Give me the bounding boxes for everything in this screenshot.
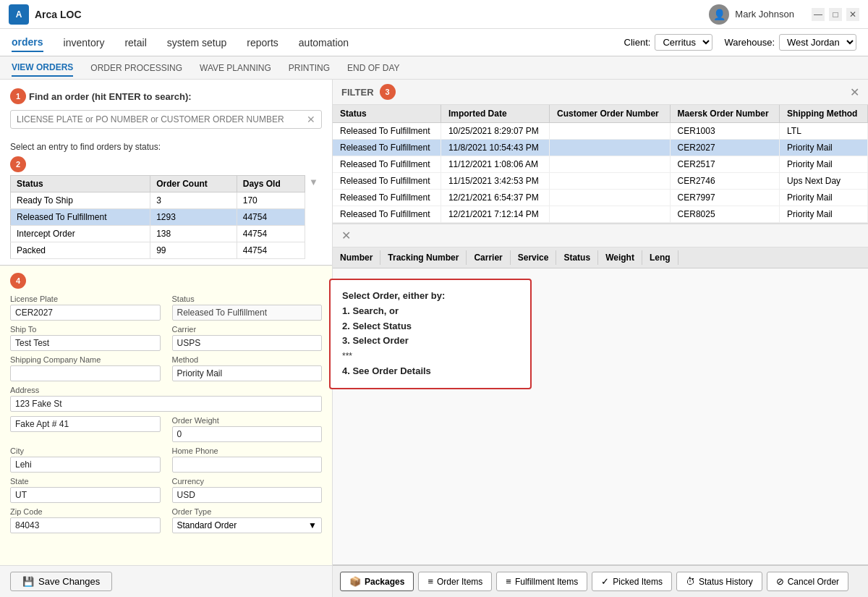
tab-order-items[interactable]: ≡ Order Items <box>418 572 492 591</box>
sub-nav-wave-planning[interactable]: WAVE PLANNING <box>200 60 271 76</box>
carrier-input[interactable] <box>172 335 323 351</box>
pkg-col-carrier: Carrier <box>467 250 510 265</box>
sub-nav-order-processing[interactable]: ORDER PROCESSING <box>90 60 182 76</box>
sub-nav: VIEW ORDERS ORDER PROCESSING WAVE PLANNI… <box>0 56 868 80</box>
nav-reports[interactable]: reports <box>247 34 278 51</box>
order-details-form: 4 License Plate Status Ship To <box>0 265 332 565</box>
status-table-row[interactable]: Intercept Order13844754 <box>11 226 305 242</box>
zip-input[interactable] <box>10 517 161 533</box>
tab-cancel-order[interactable]: ⊘ Cancel Order <box>767 572 848 591</box>
order-type-value: Standard Order <box>177 520 237 530</box>
order-items-icon: ≡ <box>427 576 433 587</box>
client-select[interactable]: Cerritus <box>655 34 712 51</box>
address-input[interactable] <box>10 396 322 412</box>
order-table-row[interactable]: Released To Fulfillment12/21/2021 6:54:3… <box>333 190 868 206</box>
currency-field: Currency <box>172 477 323 503</box>
count-cell: 99 <box>150 242 237 259</box>
order-shipping-cell: Ups Next Day <box>780 173 868 190</box>
sub-nav-end-of-day[interactable]: END OF DAY <box>347 60 399 76</box>
order-status-cell: Released To Fulfillment <box>333 206 441 223</box>
status-field: Status <box>172 295 323 321</box>
nav-inventory[interactable]: inventory <box>64 34 105 51</box>
order-shipping-cell: Priority Mail <box>780 140 868 156</box>
license-plate-label: License Plate <box>10 295 161 303</box>
zip-field: Zip Code <box>10 507 161 533</box>
order-maersk-cell: CER2746 <box>670 173 779 190</box>
close-button[interactable]: ✕ <box>846 8 859 21</box>
order-type-select[interactable]: Standard Order ▼ <box>172 517 323 533</box>
callout-text: Select Order, either by: 1. Search, or 2… <box>342 289 519 379</box>
ship-to-input[interactable] <box>10 335 161 351</box>
tab-status-history-label: Status History <box>699 577 753 587</box>
order-date-cell: 10/25/2021 8:29:07 PM <box>441 123 549 140</box>
tab-status-history[interactable]: ⏱ Status History <box>676 572 762 591</box>
carrier-label: Carrier <box>172 325 323 334</box>
filter-close-icon[interactable]: ✕ <box>850 85 859 99</box>
order-table-row[interactable]: Released To Fulfillment12/21/2021 7:12:1… <box>333 206 868 223</box>
days-cell: 44754 <box>237 226 305 242</box>
col-customer-order: Customer Order Number <box>550 105 671 123</box>
nav-orders[interactable]: orders <box>12 33 43 52</box>
status-table-row[interactable]: Released To Fulfillment129344754 <box>11 209 305 226</box>
currency-label: Currency <box>172 477 323 486</box>
home-phone-input[interactable] <box>172 457 323 473</box>
order-customer-cell <box>550 206 671 223</box>
order-status-cell: Released To Fulfillment <box>333 140 441 156</box>
status-table-row[interactable]: Packed9944754 <box>11 242 305 259</box>
days-cell: 44754 <box>237 242 305 259</box>
shipping-company-input[interactable] <box>10 365 161 381</box>
maximize-button[interactable]: □ <box>829 8 842 21</box>
tab-fulfillment-items[interactable]: ≡ Fulfillment Items <box>496 572 587 591</box>
ship-to-label: Ship To <box>10 325 161 334</box>
order-status-cell: Released To Fulfillment <box>333 190 441 206</box>
order-date-cell: 11/8/2021 10:54:43 PM <box>441 140 549 156</box>
count-cell: 138 <box>150 226 237 242</box>
sub-nav-printing[interactable]: PRINTING <box>289 60 330 76</box>
address2-input[interactable] <box>10 416 161 432</box>
order-date-cell: 12/21/2021 7:12:14 PM <box>441 206 549 223</box>
carrier-field: Carrier <box>172 325 323 351</box>
search-input[interactable] <box>11 111 301 128</box>
user-name: Mark Johnson <box>735 9 794 20</box>
search-clear-icon[interactable]: ✕ <box>301 111 321 128</box>
license-plate-input[interactable] <box>10 305 161 321</box>
packages-close-icon[interactable]: ✕ <box>341 229 351 242</box>
order-customer-cell <box>550 190 671 206</box>
save-changes-button[interactable]: 💾 Save Changes <box>10 572 112 591</box>
tab-packages[interactable]: 📦 Packages <box>340 572 414 591</box>
order-weight-input[interactable] <box>172 426 323 442</box>
currency-input[interactable] <box>172 487 323 503</box>
shipping-company-field: Shipping Company Name <box>10 355 161 381</box>
step4-badge: 4 <box>10 273 26 289</box>
warehouse-select[interactable]: West Jordan <box>779 34 856 51</box>
sub-nav-view-orders[interactable]: VIEW ORDERS <box>12 59 73 77</box>
order-customer-cell <box>550 173 671 190</box>
warehouse-label: Warehouse: <box>724 37 775 48</box>
method-input[interactable] <box>172 365 323 381</box>
status-cell: Released To Fulfillment <box>11 209 150 226</box>
minimize-button[interactable]: — <box>812 8 825 21</box>
tab-cancel-order-label: Cancel Order <box>788 577 839 587</box>
order-table-row[interactable]: Released To Fulfillment11/8/2021 10:54:4… <box>333 140 868 156</box>
order-table-row[interactable]: Released To Fulfillment11/15/2021 3:42:5… <box>333 173 868 190</box>
tab-picked-items-label: Picked Items <box>613 577 663 587</box>
col-imported-date: Imported Date <box>441 105 549 123</box>
city-input[interactable] <box>10 457 161 473</box>
state-input[interactable] <box>10 487 161 503</box>
tab-fulfillment-items-label: Fulfillment Items <box>515 577 578 587</box>
title-bar: A Arca LOC 👤 Mark Johnson — □ ✕ <box>0 0 868 29</box>
status-table-row[interactable]: Ready To Ship3170 <box>11 192 305 209</box>
scroll-down-arrow[interactable]: ▼ <box>305 175 322 259</box>
nav-automation[interactable]: automation <box>299 34 349 51</box>
chevron-down-icon: ▼ <box>308 520 317 530</box>
state-field: State <box>10 477 161 503</box>
order-table-row[interactable]: Released To Fulfillment11/12/2021 1:08:0… <box>333 156 868 173</box>
col-maersk-order: Maersk Order Number <box>670 105 779 123</box>
order-customer-cell <box>550 123 671 140</box>
nav-system-setup[interactable]: system setup <box>167 34 226 51</box>
packages-icon: 📦 <box>349 576 361 587</box>
nav-retail[interactable]: retail <box>124 34 146 51</box>
order-table-row[interactable]: Released To Fulfillment10/25/2021 8:29:0… <box>333 123 868 140</box>
tab-picked-items[interactable]: ✓ Picked Items <box>592 572 672 591</box>
pkg-col-status: Status <box>556 250 598 265</box>
